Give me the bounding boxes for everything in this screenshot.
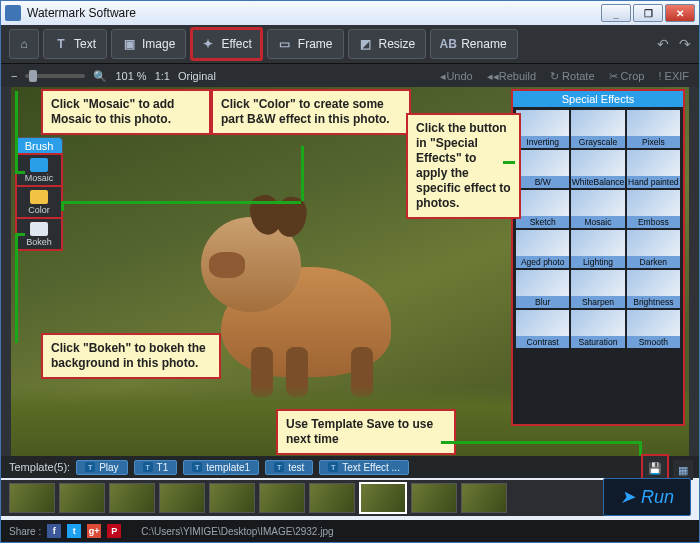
fx-sketch[interactable]: Sketch <box>516 190 569 228</box>
fx-hand-painted[interactable]: Hand painted <box>627 150 680 188</box>
thumbnail[interactable] <box>259 483 305 513</box>
pinterest-icon[interactable]: P <box>107 524 121 538</box>
callout-template: Use Template Save to use next time <box>276 409 456 455</box>
frame-tool-label: Frame <box>298 37 333 51</box>
image-tool-button[interactable]: ▣Image <box>111 29 186 59</box>
window-title: Watermark Software <box>27 6 136 20</box>
rebuild-button[interactable]: ◂◂Rebuild <box>487 70 536 83</box>
minimize-button[interactable]: _ <box>601 4 631 22</box>
leader-line <box>15 91 18 171</box>
zoom-bar: − 🔍 101 % 1:1 Original ◂Undo ◂◂Rebuild ↻… <box>1 64 699 89</box>
thumbnail[interactable] <box>461 483 507 513</box>
close-button[interactable]: ✕ <box>665 4 695 22</box>
template-badge-icon: T <box>85 462 95 472</box>
template-item[interactable]: Ttemplate1 <box>183 460 259 475</box>
template-badge-icon: T <box>274 462 284 472</box>
fx-sharpen[interactable]: Sharpen <box>571 270 624 308</box>
fx-lighting[interactable]: Lighting <box>571 230 624 268</box>
fx-aged-photo[interactable]: Aged photo <box>516 230 569 268</box>
template-item[interactable]: TText Effect ... <box>319 460 409 475</box>
redo-history-icon[interactable]: ↷ <box>679 36 691 52</box>
fx-label: Emboss <box>627 216 680 228</box>
app-icon <box>5 5 21 21</box>
leader-line <box>301 146 304 201</box>
thumbnail-strip[interactable] <box>1 480 619 516</box>
home-button[interactable]: ⌂ <box>9 29 39 59</box>
brush-mosaic-label: Mosaic <box>25 173 54 183</box>
titlebar: Watermark Software _ ❐ ✕ <box>1 1 699 25</box>
fx-saturation[interactable]: Saturation <box>571 310 624 348</box>
fx-blur[interactable]: Blur <box>516 270 569 308</box>
fx-darken[interactable]: Darken <box>627 230 680 268</box>
zoom-in-button[interactable]: 🔍 <box>93 70 107 83</box>
fx-inverting[interactable]: Inverting <box>516 110 569 148</box>
fx-whitebalance[interactable]: WhiteBalance <box>571 150 624 188</box>
fx-thumb <box>571 230 624 256</box>
zoom-actual-button[interactable]: 1:1 <box>155 70 170 82</box>
thumbnail[interactable] <box>309 483 355 513</box>
effect-icon: ✦ <box>201 37 215 51</box>
frame-tool-button[interactable]: ▭Frame <box>267 29 344 59</box>
fx-pixels[interactable]: Pixels <box>627 110 680 148</box>
maximize-icon: ❐ <box>644 8 653 19</box>
thumbnail[interactable] <box>411 483 457 513</box>
thumbnail[interactable] <box>59 483 105 513</box>
zoom-slider[interactable] <box>25 74 85 78</box>
template-bar: Template(5): TPlayTT1Ttemplate1TtestTTex… <box>1 456 699 478</box>
zoom-out-button[interactable]: − <box>11 70 17 82</box>
fx-thumb <box>571 150 624 176</box>
callout-color: Click "Color" to create some part B&W ef… <box>211 89 411 135</box>
effect-tool-button[interactable]: ✦Effect <box>190 27 262 61</box>
text-tool-button[interactable]: TText <box>43 29 107 59</box>
thumbnail[interactable] <box>109 483 155 513</box>
fx-b-w[interactable]: B/W <box>516 150 569 188</box>
template-more-button[interactable]: ▦ <box>673 460 693 480</box>
template-item[interactable]: TT1 <box>134 460 178 475</box>
callout-mosaic: Click "Mosaic" to add Mosaic to this pho… <box>41 89 211 135</box>
fx-thumb <box>627 270 680 296</box>
exif-button[interactable]: ! EXIF <box>658 70 689 82</box>
zoom-original-button[interactable]: Original <box>178 70 216 82</box>
template-item[interactable]: TPlay <box>76 460 127 475</box>
fx-header: Special Effects <box>513 91 683 107</box>
fx-label: Inverting <box>516 136 569 148</box>
undo-button[interactable]: ◂Undo <box>440 70 472 83</box>
thumbnail[interactable] <box>9 483 55 513</box>
facebook-icon[interactable]: f <box>47 524 61 538</box>
template-item[interactable]: Ttest <box>265 460 313 475</box>
crop-button[interactable]: ✂ Crop <box>609 70 645 83</box>
fx-mosaic[interactable]: Mosaic <box>571 190 624 228</box>
twitter-icon[interactable]: t <box>67 524 81 538</box>
rename-tool-button[interactable]: ABRename <box>430 29 517 59</box>
googleplus-icon[interactable]: g+ <box>87 524 101 538</box>
fx-emboss[interactable]: Emboss <box>627 190 680 228</box>
zoom-thumb[interactable] <box>29 70 37 82</box>
thumbnail[interactable] <box>209 483 255 513</box>
fx-grayscale[interactable]: Grayscale <box>571 110 624 148</box>
undo-history-icon[interactable]: ↶ <box>657 36 669 52</box>
color-icon <box>30 190 48 204</box>
image-tool-label: Image <box>142 37 175 51</box>
fx-label: Pixels <box>627 136 680 148</box>
mosaic-icon <box>30 158 48 172</box>
fx-brightness[interactable]: Brightness <box>627 270 680 308</box>
fx-thumb <box>516 150 569 176</box>
template-item-label: T1 <box>157 462 169 473</box>
fx-thumb <box>571 110 624 136</box>
minimize-icon: _ <box>613 8 619 19</box>
template-label: Template(5): <box>9 461 70 473</box>
zoom-percent: 101 % <box>115 70 146 82</box>
fx-label: Mosaic <box>571 216 624 228</box>
maximize-button[interactable]: ❐ <box>633 4 663 22</box>
thumbnail-selected[interactable] <box>359 482 407 514</box>
fx-thumb <box>627 110 680 136</box>
fx-label: Smooth <box>627 336 680 348</box>
brush-color-button[interactable]: Color <box>16 186 62 218</box>
fx-smooth[interactable]: Smooth <box>627 310 680 348</box>
fx-contrast[interactable]: Contrast <box>516 310 569 348</box>
brush-mosaic-button[interactable]: Mosaic <box>16 154 62 186</box>
resize-tool-button[interactable]: ◩Resize <box>348 29 427 59</box>
run-button[interactable]: ➤ Run <box>603 478 691 516</box>
rotate-button[interactable]: ↻ Rotate <box>550 70 594 83</box>
thumbnail[interactable] <box>159 483 205 513</box>
